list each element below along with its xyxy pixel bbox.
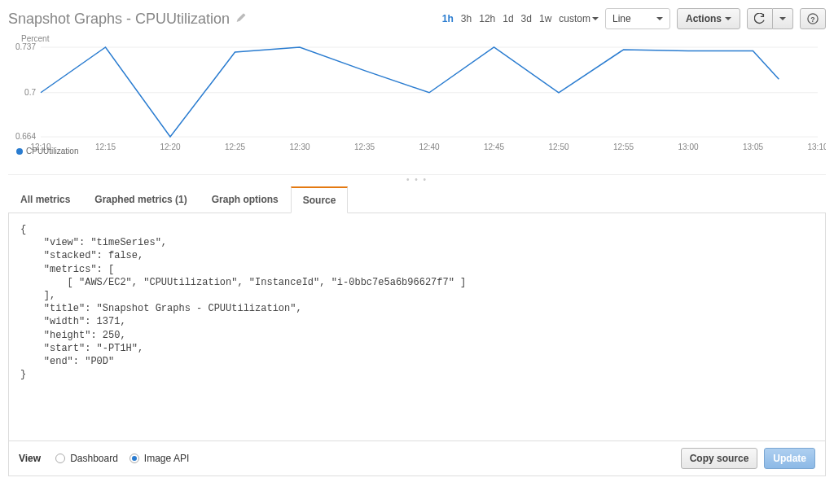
tab-graphed-metrics[interactable]: Graphed metrics (1) [82,186,199,213]
line-chart[interactable]: 0.6640.70.73712:1012:1512:2012:2512:3012… [8,33,826,155]
refresh-button[interactable] [747,8,773,29]
svg-text:0.664: 0.664 [15,132,36,141]
tab-all-metrics[interactable]: All metrics [8,186,82,213]
range-custom[interactable]: custom [559,13,599,24]
range-1d[interactable]: 1d [503,13,513,24]
toolbar-right: 1h 3h 12h 1d 3d 1w custom Line Actions [442,8,826,29]
chart-type-selected: Line [612,13,631,24]
actions-label: Actions [686,13,722,24]
chart-area: Percent 0.6640.70.73712:1012:1512:2012:2… [8,33,826,175]
range-1w[interactable]: 1w [539,13,551,24]
radio-dashboard-label: Dashboard [70,453,118,464]
time-range-picker: 1h 3h 12h 1d 3d 1w custom [442,13,599,24]
svg-text:12:55: 12:55 [613,142,634,151]
legend-dot-icon [16,148,23,155]
svg-text:0.737: 0.737 [15,42,36,51]
radio-icon [129,454,139,463]
svg-text:13:00: 13:00 [678,142,698,151]
title-wrap: Snapshot Graphs - CPUUtilization [8,11,246,28]
svg-text:12:25: 12:25 [225,142,245,151]
update-button[interactable]: Update [764,448,815,469]
chevron-down-icon [725,17,731,20]
range-1h[interactable]: 1h [442,13,454,24]
chevron-down-icon [656,17,663,20]
actions-menu-button[interactable]: Actions [677,8,740,29]
svg-text:?: ? [810,15,814,24]
svg-text:12:50: 12:50 [548,142,568,151]
tabs-row: All metrics Graphed metrics (1) Graph op… [8,186,826,213]
view-options: View Dashboard Image API [19,453,189,464]
range-custom-label: custom [559,13,590,24]
svg-text:12:40: 12:40 [419,142,439,151]
svg-text:12:20: 12:20 [160,142,180,151]
radio-icon [55,454,65,463]
copy-source-button[interactable]: Copy source [681,448,758,469]
refresh-button-group [747,8,793,29]
range-3d[interactable]: 3d [521,13,532,24]
radio-dashboard[interactable]: Dashboard [55,453,118,464]
edit-title-icon[interactable] [236,13,246,25]
svg-text:12:30: 12:30 [289,142,309,151]
range-3h[interactable]: 3h [461,13,472,24]
footer-buttons: Copy source Update [681,448,815,469]
svg-text:0.7: 0.7 [24,88,36,97]
svg-text:13:10: 13:10 [807,142,826,151]
legend-label: CPUUtilization [26,147,78,156]
chevron-down-icon [592,17,599,20]
chart-type-select[interactable]: Line [605,8,670,29]
svg-text:12:15: 12:15 [95,142,116,151]
resize-grip-icon[interactable]: • • • [8,175,826,184]
refresh-icon [754,13,766,24]
header-row: Snapshot Graphs - CPUUtilization 1h 3h 1… [8,8,826,29]
view-label: View [19,453,41,464]
radio-image-api[interactable]: Image API [129,453,189,464]
refresh-menu-button[interactable] [773,8,793,29]
range-12h[interactable]: 12h [479,13,495,24]
radio-image-api-label: Image API [144,453,189,464]
svg-text:12:45: 12:45 [484,142,504,151]
source-code-textarea[interactable]: { "view": "timeSeries", "stacked": false… [8,213,826,441]
tab-source[interactable]: Source [291,186,349,213]
svg-text:13:05: 13:05 [743,142,763,151]
tab-graph-options[interactable]: Graph options [200,186,291,213]
chevron-down-icon [779,17,786,20]
help-button[interactable]: ? [800,8,826,29]
y-axis-title: Percent [21,34,49,43]
help-icon: ? [807,13,819,24]
footer-row: View Dashboard Image API Copy source Upd… [8,441,826,476]
page-title: Snapshot Graphs - CPUUtilization [8,11,230,28]
svg-text:12:35: 12:35 [354,142,375,151]
